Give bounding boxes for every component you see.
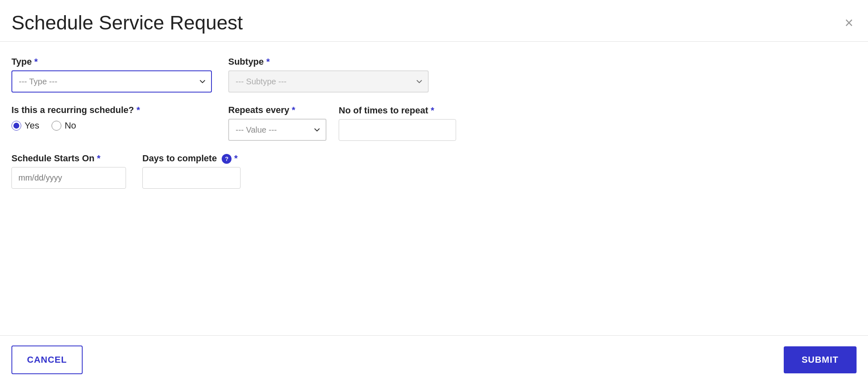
recurring-repeats-row: Is this a recurring schedule? * Yes No (11, 105, 857, 141)
radio-group: Yes No (11, 120, 212, 131)
close-icon[interactable]: × (845, 16, 853, 30)
dialog-header: Schedule Service Request × (0, 0, 868, 42)
schedule-days-row: Schedule Starts On * 📅 Days to complete … (11, 153, 857, 189)
recurring-label: Is this a recurring schedule? * (11, 105, 212, 115)
no-radio[interactable] (52, 121, 61, 131)
no-times-group: No of times to repeat * (339, 105, 456, 141)
dialog-title: Schedule Service Request (11, 11, 243, 34)
subtype-label: Subtype * (228, 56, 429, 67)
no-times-input[interactable] (339, 119, 456, 141)
no-times-required-star: * (431, 105, 434, 115)
yes-label[interactable]: Yes (25, 120, 39, 131)
recurring-section: Is this a recurring schedule? * Yes No (11, 105, 212, 131)
recurring-required-star: * (137, 105, 140, 115)
subtype-select[interactable]: --- Subtype --- (228, 70, 429, 93)
repeats-every-group: Repeats every * --- Value --- (228, 105, 326, 141)
type-subtype-row: Type * --- Type --- Subtype * --- Subtyp… (11, 56, 857, 93)
repeats-required-star: * (292, 105, 295, 115)
help-icon[interactable]: ? (222, 154, 232, 164)
repeats-select[interactable]: --- Value --- (228, 119, 326, 141)
no-times-label: No of times to repeat * (339, 105, 456, 116)
schedule-starts-group: Schedule Starts On * 📅 (11, 153, 126, 189)
yes-radio[interactable] (11, 121, 21, 131)
repeats-section: Repeats every * --- Value --- No of time… (228, 105, 456, 141)
submit-button[interactable]: SUBMIT (784, 346, 857, 373)
schedule-starts-required-star: * (97, 153, 101, 163)
days-complete-input[interactable] (142, 167, 241, 189)
date-input[interactable] (12, 167, 126, 188)
type-group: Type * --- Type --- (11, 56, 212, 93)
no-option[interactable]: No (52, 120, 76, 131)
dialog-footer: CANCEL SUBMIT (0, 335, 868, 384)
type-label: Type * (11, 56, 212, 67)
schedule-service-dialog: Schedule Service Request × Type * --- Ty… (0, 0, 868, 384)
days-complete-required-star: * (234, 153, 238, 163)
cancel-button[interactable]: CANCEL (11, 346, 83, 374)
days-complete-label: Days to complete ? * (142, 153, 241, 164)
date-input-wrapper: 📅 (11, 167, 126, 189)
days-complete-group: Days to complete ? * (142, 153, 241, 189)
yes-option[interactable]: Yes (11, 120, 39, 131)
repeats-every-label: Repeats every * (228, 105, 326, 115)
type-select[interactable]: --- Type --- (11, 70, 212, 93)
subtype-required-star: * (266, 56, 270, 67)
no-label[interactable]: No (65, 120, 76, 131)
subtype-group: Subtype * --- Subtype --- (228, 56, 429, 93)
dialog-body: Type * --- Type --- Subtype * --- Subtyp… (0, 42, 868, 335)
schedule-starts-label: Schedule Starts On * (11, 153, 126, 164)
type-required-star: * (34, 56, 38, 67)
